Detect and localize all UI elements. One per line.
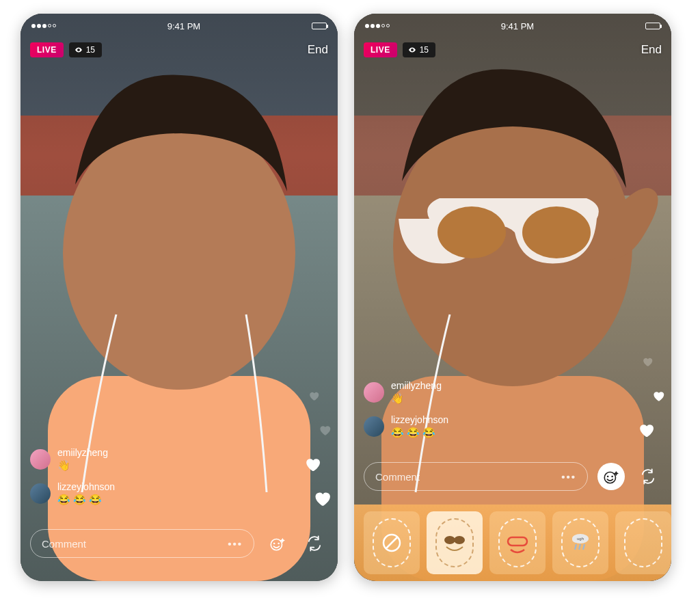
filter-blank[interactable] xyxy=(615,511,671,574)
heart-icon xyxy=(312,489,332,509)
more-icon[interactable]: ••• xyxy=(228,538,243,550)
heart-icon xyxy=(637,421,655,439)
eye-icon xyxy=(75,46,83,54)
comment-username: lizzeyjohnson xyxy=(391,414,448,426)
avatar xyxy=(364,416,384,437)
blank-slot-icon xyxy=(624,518,662,567)
comment-username: emiilyzheng xyxy=(391,380,442,392)
comment-reaction: 😂 😂 😂 xyxy=(391,427,448,439)
svg-text:ugh: ugh xyxy=(577,537,584,541)
svg-point-2 xyxy=(271,539,282,550)
signal-dots-icon xyxy=(365,24,390,28)
svg-line-21 xyxy=(575,544,576,550)
comments-feed: emiilyzheng 👋 lizzeyjohnson 😂 😂 😂 xyxy=(30,447,256,506)
face-filter-tray[interactable]: ugh xyxy=(354,505,671,581)
heart-icon xyxy=(318,423,332,437)
comment-reaction: 👋 xyxy=(57,459,108,472)
comment-row[interactable]: emiilyzheng 👋 xyxy=(30,447,256,472)
phone-screen-right: 9:41 PM LIVE 15 End emiilyzheng 👋 xyxy=(354,14,671,581)
avatar xyxy=(30,483,51,504)
heart-icon xyxy=(641,355,654,368)
svg-point-4 xyxy=(278,543,280,545)
comment-username: lizzeyjohnson xyxy=(57,481,115,493)
status-time: 9:41 PM xyxy=(501,21,534,31)
status-bar: 9:41 PM xyxy=(21,14,338,38)
avatar xyxy=(30,449,51,470)
floating-hearts xyxy=(644,354,659,438)
svg-point-9 xyxy=(604,472,615,483)
comment-input[interactable]: Comment ••• xyxy=(30,529,254,558)
heart-icon xyxy=(304,455,321,473)
viewers-count: 15 xyxy=(86,45,95,55)
viewers-count: 15 xyxy=(420,45,429,55)
filter-none[interactable] xyxy=(364,511,420,574)
more-icon[interactable]: ••• xyxy=(561,471,576,483)
sunglasses-icon xyxy=(435,518,474,567)
cloud-icon: ugh xyxy=(561,518,600,567)
switch-camera-button[interactable] xyxy=(634,463,662,490)
svg-rect-16 xyxy=(454,539,456,541)
goggles-icon xyxy=(498,518,537,567)
end-button[interactable]: End xyxy=(308,43,328,57)
filter-goggles[interactable] xyxy=(489,511,546,574)
svg-line-23 xyxy=(583,544,584,550)
end-button[interactable]: End xyxy=(641,43,662,57)
live-camera-feed xyxy=(354,14,671,581)
comment-reaction: 👋 xyxy=(391,392,442,405)
filter-sunglasses[interactable] xyxy=(427,511,483,574)
phone-screen-left: 9:41 PM LIVE 15 End emiilyzheng xyxy=(21,14,338,581)
status-bar: 9:41 PM xyxy=(354,14,671,38)
heart-icon xyxy=(308,390,320,402)
viewers-badge[interactable]: 15 xyxy=(69,42,102,57)
comment-row[interactable]: emiilyzheng 👋 xyxy=(364,380,589,405)
eye-icon xyxy=(408,46,416,54)
battery-icon xyxy=(312,23,327,29)
comment-row[interactable]: lizzeyjohnson 😂 😂 😂 xyxy=(30,481,256,506)
svg-point-11 xyxy=(611,476,613,478)
svg-line-22 xyxy=(579,544,580,550)
live-badge: LIVE xyxy=(30,42,64,57)
comment-placeholder: Comment xyxy=(375,471,420,483)
no-filter-icon xyxy=(373,518,411,567)
battery-icon xyxy=(645,23,660,29)
avatar xyxy=(364,382,384,403)
comment-placeholder: Comment xyxy=(42,538,86,550)
svg-rect-17 xyxy=(508,537,527,546)
svg-line-13 xyxy=(386,537,398,549)
comment-input[interactable]: Comment ••• xyxy=(364,462,588,491)
svg-point-3 xyxy=(273,543,275,545)
floating-hearts xyxy=(310,388,325,506)
face-filter-button[interactable] xyxy=(264,530,291,557)
comment-reaction: 😂 😂 😂 xyxy=(57,494,115,506)
svg-point-10 xyxy=(607,476,609,478)
status-time: 9:41 PM xyxy=(167,21,200,31)
svg-point-14 xyxy=(444,536,455,544)
signal-dots-icon xyxy=(31,24,56,28)
comments-feed: emiilyzheng 👋 lizzeyjohnson 😂 😂 😂 xyxy=(364,380,589,439)
filter-cloud[interactable]: ugh xyxy=(552,511,608,574)
comment-username: emiilyzheng xyxy=(57,447,108,459)
viewers-badge[interactable]: 15 xyxy=(403,42,435,57)
face-filter-button[interactable] xyxy=(597,463,625,490)
live-badge: LIVE xyxy=(364,42,397,57)
comment-row[interactable]: lizzeyjohnson 😂 😂 😂 xyxy=(364,414,589,439)
switch-camera-button[interactable] xyxy=(301,530,328,557)
heart-icon xyxy=(651,389,665,403)
